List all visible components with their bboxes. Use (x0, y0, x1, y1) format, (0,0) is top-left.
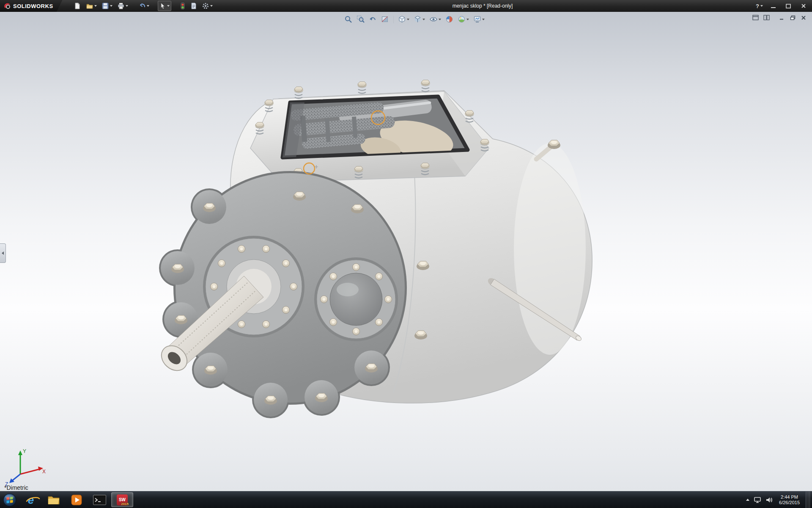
open-button[interactable] (84, 1, 99, 11)
doc-restore-button[interactable] (788, 14, 797, 21)
help-dropdown-arrow[interactable] (760, 5, 763, 7)
reference-triad: Y X Z (5, 448, 46, 487)
rebuild-stoplight-button[interactable] (178, 1, 187, 11)
zoom-to-area-icon (357, 15, 365, 23)
3d-scene[interactable]: Y X Z (0, 12, 812, 491)
network-display-icon[interactable] (754, 497, 761, 503)
media-player-button[interactable] (66, 492, 88, 507)
select-button[interactable] (158, 1, 171, 11)
internet-explorer-icon: e (28, 494, 34, 505)
graphics-area[interactable]: Y X Z (0, 12, 812, 491)
hide-show-items-button[interactable] (428, 14, 443, 25)
view-settings-button[interactable] (472, 14, 486, 25)
brand-text: SOLIDWORKS (13, 3, 53, 9)
show-desktop-button[interactable] (806, 491, 810, 508)
triad-y-label: Y (23, 448, 26, 454)
zoom-to-fit-button[interactable] (343, 14, 354, 25)
print-button[interactable] (115, 1, 130, 11)
feature-panel-collapsed-tab[interactable] (0, 243, 6, 263)
apply-scene-globe-icon (458, 15, 466, 23)
internet-explorer-button[interactable]: e (20, 492, 42, 507)
help-button[interactable]: ? (756, 3, 763, 9)
gearbox-model[interactable] (156, 80, 592, 418)
undo-arrow-icon (138, 2, 146, 10)
solidworks-logo: SOLIDWORKS (0, 0, 63, 12)
toolbar-separator (393, 16, 394, 23)
help-label: ? (756, 3, 759, 9)
tile-windows-button[interactable] (762, 14, 771, 21)
section-view-button[interactable] (379, 14, 391, 25)
triad-x-label: X (42, 469, 46, 475)
section-view-icon (381, 15, 389, 23)
minimize-window-button[interactable] (769, 3, 777, 10)
new-document-icon (74, 2, 81, 10)
close-icon (801, 3, 806, 8)
solidworks-taskbar-button[interactable]: SW 2015 (111, 492, 133, 507)
ie-orbit-ring (26, 497, 40, 502)
doc-restore-icon (790, 15, 796, 20)
previous-view-button[interactable] (367, 14, 379, 25)
taskbar-apps: e (19, 491, 134, 508)
open-folder-icon (86, 2, 93, 10)
tray-expand-caret-icon[interactable] (746, 499, 749, 501)
select-cursor-icon (159, 2, 166, 10)
view-orientation-cube-icon (398, 15, 406, 23)
command-prompt-button[interactable] (88, 492, 110, 507)
save-dropdown-arrow[interactable] (110, 5, 112, 7)
hide-show-eye-icon (429, 15, 438, 23)
edit-appearance-button[interactable] (444, 14, 455, 25)
options-dropdown-arrow[interactable] (210, 5, 213, 7)
zoom-to-fit-icon (344, 15, 352, 23)
open-dropdown-arrow[interactable] (94, 5, 97, 7)
view-settings-dropdown-arrow[interactable] (482, 19, 485, 20)
apply-scene-button[interactable] (456, 14, 471, 25)
folder-icon (47, 495, 60, 505)
apply-scene-dropdown-arrow[interactable] (466, 19, 469, 20)
command-prompt-icon (93, 495, 106, 505)
quick-access-toolbar (72, 1, 214, 11)
3ds-logo-icon (3, 2, 11, 10)
display-style-icon (414, 15, 422, 23)
zoom-to-area-button[interactable] (355, 14, 366, 25)
view-orientation-label: *Dimetric (4, 484, 28, 491)
new-document-button[interactable] (72, 1, 83, 11)
top-cover-opening[interactable] (250, 80, 489, 182)
title-bar: SOLIDWORKS (0, 0, 812, 12)
rebuild-stoplight-icon (180, 2, 186, 10)
system-tray: 2:44 PM 6/26/2015 (746, 491, 812, 508)
print-dropdown-arrow[interactable] (126, 5, 128, 7)
doc-minimize-icon (779, 15, 784, 20)
undo-dropdown-arrow[interactable] (147, 5, 149, 7)
taskbar-clock[interactable]: 2:44 PM 6/26/2015 (779, 494, 800, 505)
doc-close-button[interactable] (799, 14, 808, 21)
new-window-button[interactable] (751, 14, 760, 21)
view-settings-icon (473, 15, 481, 23)
save-button[interactable] (100, 1, 114, 11)
output-bearing-cover[interactable] (314, 257, 398, 341)
clock-date: 6/26/2015 (779, 500, 800, 505)
media-player-icon (71, 494, 82, 505)
solidworks-app-icon: SW 2015 (117, 494, 128, 505)
start-button[interactable] (0, 491, 19, 508)
maximize-icon (786, 4, 791, 8)
doc-minimize-button[interactable] (777, 14, 786, 21)
undo-button[interactable] (137, 1, 151, 11)
display-style-button[interactable] (412, 14, 427, 25)
close-window-button[interactable] (799, 3, 808, 10)
speaker-icon[interactable] (765, 497, 773, 503)
file-properties-icon (190, 2, 197, 10)
view-orientation-button[interactable] (396, 14, 411, 25)
options-button[interactable] (200, 1, 214, 11)
document-window-controls (751, 14, 808, 21)
select-dropdown-arrow[interactable] (167, 5, 170, 7)
solidworks-year-badge: 2015 (121, 502, 129, 506)
view-orientation-dropdown-arrow[interactable] (407, 19, 409, 20)
hide-show-dropdown-arrow[interactable] (439, 19, 441, 20)
display-style-dropdown-arrow[interactable] (422, 19, 425, 20)
clock-time: 2:44 PM (779, 494, 800, 500)
file-properties-button[interactable] (189, 1, 199, 11)
print-icon (117, 2, 125, 10)
maximize-window-button[interactable] (784, 3, 793, 10)
file-explorer-button[interactable] (43, 492, 65, 507)
tile-windows-icon (763, 15, 770, 20)
